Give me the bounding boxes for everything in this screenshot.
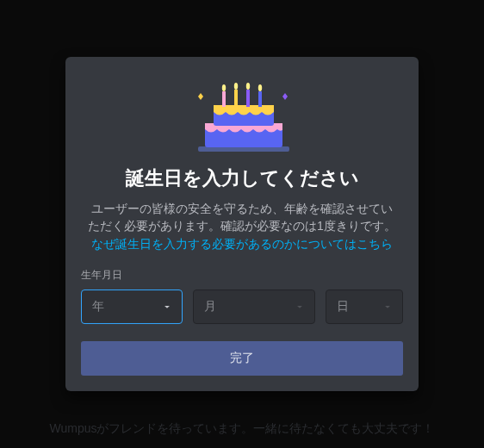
day-select-placeholder: 日 bbox=[337, 299, 349, 314]
svg-point-7 bbox=[222, 84, 226, 91]
modal-description: ユーザーの皆様の安全を守るため、年齢を確認させていただく必要があります。確認が必… bbox=[81, 200, 403, 252]
month-select[interactable]: 月 bbox=[193, 289, 315, 324]
svg-rect-5 bbox=[246, 90, 250, 107]
chevron-down-icon bbox=[161, 301, 173, 313]
year-select-placeholder: 年 bbox=[92, 299, 104, 314]
modal-title: 誕生日を入力してください bbox=[81, 165, 403, 191]
svg-rect-4 bbox=[234, 90, 238, 107]
chevron-down-icon bbox=[294, 301, 306, 313]
month-select-placeholder: 月 bbox=[204, 299, 216, 314]
svg-point-8 bbox=[234, 83, 238, 90]
year-select[interactable]: 年 bbox=[81, 289, 183, 324]
svg-point-10 bbox=[258, 84, 262, 91]
dob-selects-row: 年 月 日 bbox=[81, 289, 403, 324]
why-birthday-link[interactable]: なぜ誕生日を入力する必要があるのかについてはこちら bbox=[91, 237, 393, 251]
background-hint-text: Wumpusがフレンドを待っています。一緒に待たなくても大丈夫です！ bbox=[0, 420, 484, 438]
day-select[interactable]: 日 bbox=[326, 289, 403, 324]
done-button[interactable]: 完了 bbox=[81, 341, 403, 376]
svg-rect-3 bbox=[222, 91, 226, 107]
birthday-modal: 誕生日を入力してください ユーザーの皆様の安全を守るため、年齢を確認させていただ… bbox=[65, 57, 419, 391]
cake-illustration bbox=[81, 78, 403, 155]
svg-rect-6 bbox=[258, 91, 262, 107]
chevron-down-icon bbox=[382, 301, 394, 313]
dob-field-label: 生年月日 bbox=[81, 268, 403, 283]
modal-description-text: ユーザーの皆様の安全を守るため、年齢を確認させていただく必要があります。確認が必… bbox=[88, 202, 396, 233]
svg-point-9 bbox=[246, 83, 250, 90]
